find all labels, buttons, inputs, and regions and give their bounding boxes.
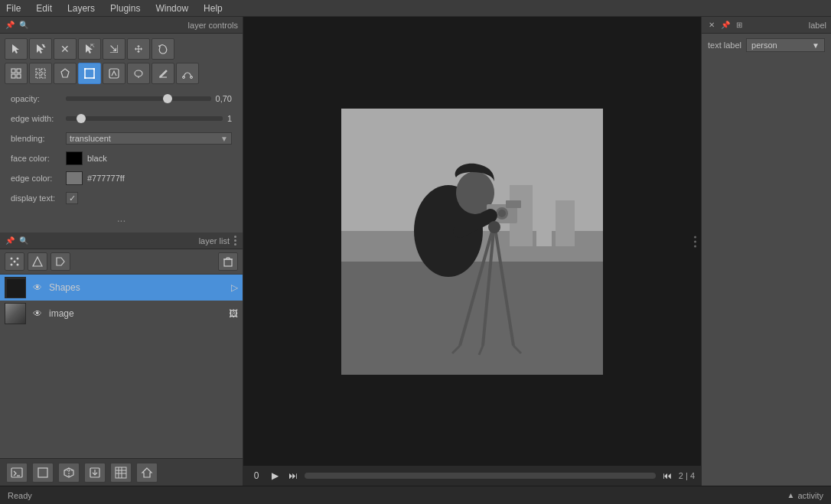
svg-rect-40 (38, 468, 47, 477)
layer-image-visibility[interactable]: 👁 (31, 308, 44, 319)
pin-panel-icon[interactable]: 📌 (720, 20, 731, 31)
blending-dropdown[interactable]: translucent ▼ (66, 132, 232, 145)
timeline-progress[interactable] (305, 473, 656, 479)
layer-image[interactable]: 👁 image 🖼 (0, 301, 243, 327)
layer-list-menu[interactable] (233, 234, 238, 247)
display-text-checkbox[interactable] (66, 192, 78, 204)
tool-row-2 (5, 63, 238, 84)
delete-layer-btn[interactable] (218, 252, 238, 271)
svg-rect-57 (536, 193, 552, 246)
face-color-swatch[interactable] (66, 151, 83, 165)
activity-label: activity (797, 491, 823, 500)
label-dropdown[interactable]: person ▼ (746, 38, 825, 52)
layer-list-section: 📌 🔍 layer list (0, 232, 243, 458)
tool-controls: ✕ ⇱ ⇲ (0, 34, 243, 232)
pen-tool[interactable] (152, 63, 174, 84)
svg-text:⇱: ⇱ (90, 44, 95, 48)
import-btn[interactable] (84, 463, 106, 483)
svg-point-71 (488, 221, 500, 233)
3d-btn[interactable] (58, 463, 80, 483)
rectangle-select-tool[interactable] (78, 63, 101, 84)
new-shapes-layer-btn[interactable] (28, 252, 47, 271)
svg-point-30 (14, 261, 16, 263)
blending-row: blending: translucent ▼ (11, 130, 232, 147)
canvas-bottom-bar: 0 ▶ ⏭ ⏮ 2 | 4 (243, 466, 701, 486)
move-tool[interactable] (127, 38, 150, 60)
grid-btn[interactable] (110, 463, 132, 483)
svg-rect-62 (506, 200, 521, 208)
rotate-tool[interactable] (152, 38, 174, 60)
svg-rect-37 (7, 279, 25, 298)
menu-help[interactable]: Help (200, 3, 226, 14)
select-tool[interactable] (5, 38, 28, 60)
pin-icon[interactable]: 📌 (5, 20, 15, 31)
more-options-dots[interactable]: ··· (5, 213, 238, 228)
new-points-layer-btn[interactable] (5, 252, 24, 271)
canvas-image-container (341, 109, 603, 375)
svg-rect-55 (341, 262, 603, 375)
edge-color-swatch[interactable] (66, 171, 83, 185)
ungroup-tool[interactable] (29, 63, 52, 84)
display-text-label: display text: (11, 193, 66, 203)
edge-color-value: #777777ff (87, 174, 232, 183)
layer-shapes[interactable]: 👁 Shapes ▷ (0, 275, 243, 301)
layer-shapes-visibility[interactable]: 👁 (31, 282, 44, 293)
menu-layers[interactable]: Layers (64, 3, 98, 14)
svg-rect-9 (11, 74, 15, 78)
menu-file[interactable]: File (3, 3, 24, 14)
label-dropdown-arrow: ▼ (812, 41, 820, 50)
bottom-toolbar (0, 458, 243, 486)
edge-width-row: edge width: 1 (11, 110, 232, 127)
layer-toolbar (0, 249, 243, 275)
add-tool[interactable] (29, 38, 52, 60)
new-rect-btn[interactable] (32, 463, 54, 483)
prev-frame-btn[interactable]: ⏮ (660, 470, 674, 481)
frame-end-btn[interactable]: ⏭ (286, 470, 300, 481)
svg-point-24 (183, 76, 185, 79)
svg-rect-12 (41, 69, 45, 73)
svg-point-29 (17, 264, 19, 266)
new-labels-layer-btn[interactable] (51, 252, 70, 271)
edge-color-label: edge color: (11, 174, 66, 183)
transform-tool[interactable]: ⇱ (78, 38, 101, 60)
layer-shapes-name: Shapes (49, 282, 226, 293)
home-btn[interactable] (136, 463, 158, 483)
svg-rect-16 (85, 69, 94, 78)
layer-list-search-icon[interactable]: 🔍 (18, 236, 29, 246)
properties-panel: opacity: 0,70 edge width: 1 (5, 87, 238, 213)
menu-plugins[interactable]: Plugins (107, 3, 143, 14)
menu-window[interactable]: Window (152, 3, 191, 14)
svg-marker-1 (37, 44, 44, 54)
edge-width-slider[interactable] (66, 116, 223, 121)
menu-edit[interactable]: Edit (33, 3, 55, 14)
polygon-tool[interactable] (54, 63, 77, 84)
group-tool[interactable] (5, 63, 28, 84)
activity-button[interactable]: ▲ activity (787, 491, 823, 500)
layer-list-header: 📌 🔍 layer list (0, 232, 243, 249)
layer-shapes-type-icon: ▷ (231, 282, 238, 293)
scale-tool[interactable]: ⇲ (103, 38, 125, 60)
layer-list-pin-icon[interactable]: 📌 (5, 236, 15, 246)
layer-image-type-icon: 🖼 (229, 308, 238, 319)
frame-start-btn[interactable]: 0 (249, 470, 263, 481)
svg-rect-58 (556, 200, 575, 246)
play-btn[interactable]: ▶ (268, 470, 282, 481)
canvas-viewport[interactable] (243, 17, 701, 466)
edge-width-label: edge width: (11, 114, 66, 123)
canvas-side-menu[interactable] (694, 236, 696, 247)
expand-panel-icon[interactable]: ⊞ (734, 20, 745, 31)
opacity-slider[interactable] (66, 96, 211, 101)
remove-tool[interactable]: ✕ (54, 38, 77, 60)
close-panel-icon[interactable]: ✕ (706, 20, 717, 31)
status-bar: Ready ▲ activity (0, 486, 831, 504)
svg-marker-51 (142, 468, 152, 477)
terminal-btn[interactable] (6, 463, 28, 483)
layer-shapes-thumb (5, 277, 26, 298)
ellipse-select-tool[interactable] (103, 63, 125, 84)
search-icon[interactable]: 🔍 (18, 20, 29, 31)
svg-point-22 (135, 70, 142, 76)
path-tool[interactable] (176, 63, 199, 84)
svg-point-17 (84, 68, 86, 70)
menubar: File Edit Layers Plugins Window Help (0, 0, 831, 17)
lasso-tool[interactable] (127, 63, 150, 84)
